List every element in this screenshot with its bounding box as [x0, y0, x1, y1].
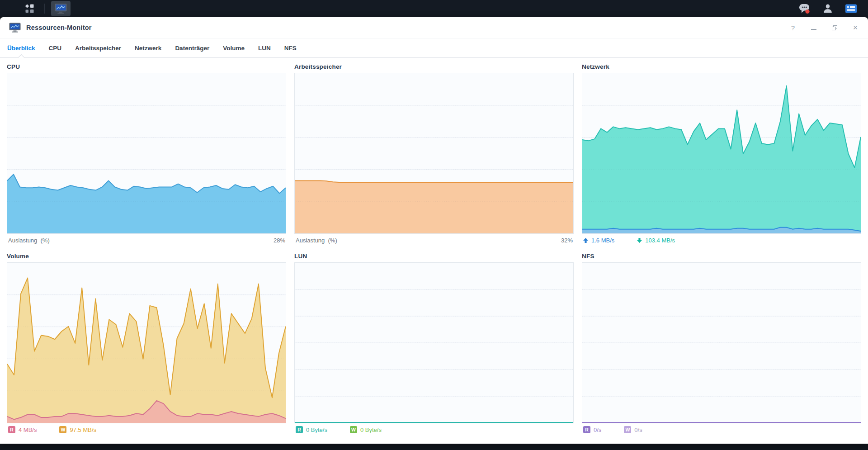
download-arrow-icon — [637, 238, 642, 243]
tab-netzwerk[interactable]: Netzwerk — [135, 38, 161, 57]
arbeitsspeicher-title: Arbeitsspeicher — [294, 63, 574, 70]
volume-write-badge: W — [59, 426, 66, 433]
volume-legend-lesen: R4 MB/s — [8, 426, 37, 433]
cpu-legend: Auslastung (%)28% — [7, 234, 286, 246]
volume-title: Volume — [7, 253, 286, 260]
lun-chart — [295, 263, 573, 423]
panel-netzwerk: Netzwerk 1.6 MB/s103.4 MB/s — [582, 63, 861, 246]
lun-legend: R0 Byte/sW0 Byte/s — [294, 423, 574, 436]
lun-legend-lesen-value: 0 Byte/s — [306, 426, 327, 433]
resource-monitor-icon — [55, 3, 67, 14]
arbeitsspeicher-current-value: 32% — [561, 237, 574, 244]
nfs-legend: R0/sW0/s — [582, 423, 861, 436]
restore-button[interactable] — [831, 24, 838, 31]
nfs-chart-area — [582, 262, 861, 423]
panel-cpu: CPU Auslastung (%)28% — [7, 63, 286, 246]
nfs-legend-schreiben: W0/s — [624, 426, 642, 433]
arbeitsspeicher-chart — [295, 73, 573, 233]
chat-icon — [798, 3, 811, 14]
close-icon: × — [853, 24, 858, 32]
volume-chart — [7, 263, 286, 423]
lun-legend-schreiben: W0 Byte/s — [350, 426, 382, 433]
nfs-read-badge: R — [583, 426, 590, 433]
nfs-legend-lesen: R0/s — [583, 426, 601, 433]
help-icon: ? — [791, 24, 795, 31]
cpu-chart — [7, 73, 286, 233]
cpu-chart-area — [7, 73, 286, 234]
resource-monitor-taskbar-button[interactable] — [51, 1, 71, 16]
netzwerk-chart — [582, 73, 861, 233]
user-menu-button[interactable] — [819, 0, 837, 17]
volume-legend-schreiben-value: 97.5 MB/s — [70, 426, 96, 433]
netzwerk-legend-empfangen: 103.4 MB/s — [637, 237, 675, 244]
lun-read-badge: R — [296, 426, 303, 433]
widgets-button[interactable] — [841, 0, 861, 17]
lun-legend-lesen: R0 Byte/s — [296, 426, 327, 433]
taskbar-left — [0, 0, 71, 17]
panel-volume: Volume R4 MB/sW97.5 MB/s — [7, 253, 286, 436]
resource-monitor-window-icon — [9, 23, 21, 33]
panel-nfs: NFS R0/sW0/s — [582, 253, 861, 436]
notifications-button[interactable] — [795, 0, 814, 17]
tab-ueberblick[interactable]: Überblick — [7, 38, 35, 57]
notification-dot — [805, 9, 809, 13]
upload-arrow-icon — [583, 238, 588, 243]
lun-write-badge: W — [350, 426, 357, 433]
nfs-chart — [582, 263, 861, 423]
close-button[interactable]: × — [852, 24, 859, 31]
user-icon — [822, 3, 833, 14]
window-title: Ressourcen-Monitor — [26, 24, 92, 31]
tab-bar: ÜberblickCPUArbeitsspeicherNetzwerkDaten… — [0, 38, 868, 58]
help-button[interactable]: ? — [789, 24, 797, 31]
volume-chart-area — [7, 262, 286, 423]
netzwerk-legend-gesendet: 1.6 MB/s — [583, 237, 614, 244]
tab-nfs[interactable]: NFS — [284, 38, 297, 57]
volume-legend: R4 MB/sW97.5 MB/s — [7, 423, 286, 436]
cpu-legend-auslastung: Auslastung (%) — [8, 237, 50, 244]
window-controls: ? × — [789, 24, 859, 31]
taskbar — [0, 0, 868, 17]
app-grid-icon — [24, 3, 35, 14]
arbeitsspeicher-chart-area — [294, 73, 574, 234]
lun-legend-schreiben-value: 0 Byte/s — [360, 426, 382, 433]
taskbar-right — [795, 0, 868, 17]
cpu-current-value: 28% — [274, 237, 286, 244]
tab-cpu[interactable]: CPU — [49, 38, 62, 57]
panel-arbeitsspeicher: Arbeitsspeicher Auslastung (%)32% — [294, 63, 574, 246]
netzwerk-legend-empfangen-value: 103.4 MB/s — [645, 237, 675, 244]
volume-read-badge: R — [8, 426, 15, 433]
resource-monitor-window: Ressourcen-Monitor ? × ÜberblickCPUArbei… — [0, 17, 868, 444]
widgets-icon — [845, 4, 857, 14]
minimize-button[interactable] — [810, 24, 817, 31]
cpu-title: CPU — [7, 63, 286, 70]
netzwerk-legend: 1.6 MB/s103.4 MB/s — [582, 234, 861, 246]
tab-arbeitsspeicher[interactable]: Arbeitsspeicher — [75, 38, 121, 57]
panel-lun: LUN R0 Byte/sW0 Byte/s — [294, 253, 574, 436]
tab-datentraeger[interactable]: Datenträger — [175, 38, 209, 57]
panel-grid: CPU Auslastung (%)28% Arbeitsspeicher Au… — [0, 58, 868, 436]
main-menu-button[interactable] — [17, 0, 42, 17]
netzwerk-legend-gesendet-value: 1.6 MB/s — [591, 237, 614, 244]
netzwerk-title: Netzwerk — [582, 63, 861, 70]
tab-lun[interactable]: LUN — [258, 38, 271, 57]
nfs-legend-schreiben-value: 0/s — [634, 426, 642, 433]
taskbar-divider — [44, 4, 45, 14]
arbeitsspeicher-legend-auslastung-value: Auslastung (%) — [296, 237, 337, 244]
cpu-legend-auslastung-value: Auslastung (%) — [8, 237, 50, 244]
restore-icon — [832, 25, 837, 30]
nfs-title: NFS — [582, 253, 861, 260]
lun-chart-area — [294, 262, 574, 423]
arbeitsspeicher-legend-auslastung: Auslastung (%) — [296, 237, 337, 244]
volume-legend-schreiben: W97.5 MB/s — [59, 426, 96, 433]
nfs-legend-lesen-value: 0/s — [594, 426, 601, 433]
tab-volume[interactable]: Volume — [223, 38, 245, 57]
volume-legend-lesen-value: 4 MB/s — [19, 426, 37, 433]
window-titlebar: Ressourcen-Monitor ? × — [0, 17, 868, 38]
minimize-icon — [811, 29, 816, 30]
netzwerk-chart-area — [582, 73, 861, 234]
arbeitsspeicher-legend: Auslastung (%)32% — [294, 234, 574, 246]
nfs-write-badge: W — [624, 426, 631, 433]
lun-title: LUN — [294, 253, 574, 260]
